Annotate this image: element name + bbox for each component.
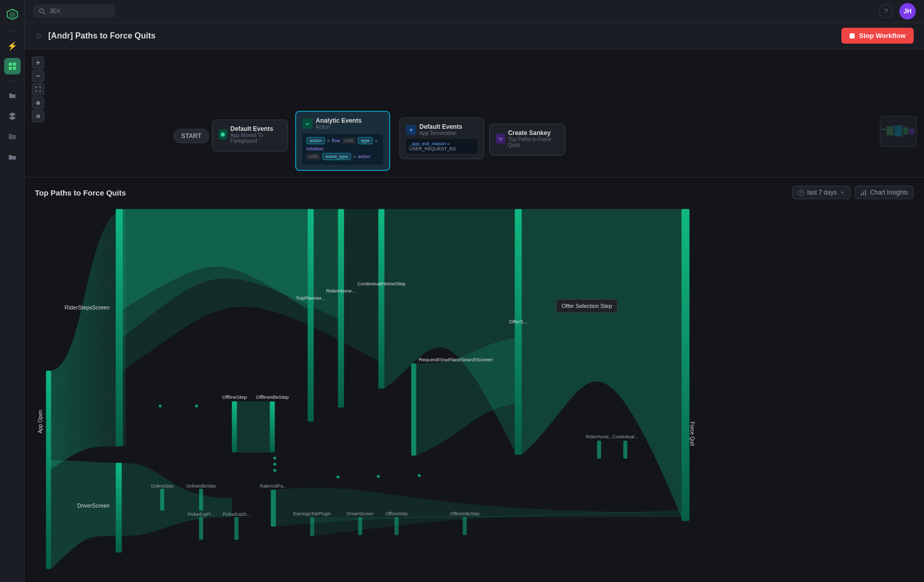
- time-range-selector[interactable]: last 7 days: [792, 186, 851, 199]
- sidebar-item-layers[interactable]: [4, 108, 21, 124]
- topbar: ⌘K ? JH: [25, 0, 924, 23]
- svg-rect-31: [515, 209, 522, 455]
- svg-rect-38: [160, 489, 164, 510]
- zoom-option-button[interactable]: ⊕: [32, 96, 44, 109]
- svg-text:OfflineStep: OfflineStep: [386, 511, 408, 516]
- node-icon-green-1: [219, 129, 227, 140]
- chart-title: Top Paths to Force Quits: [35, 188, 126, 197]
- workflow-node-analytic-events[interactable]: Analytic Events Action action = flow AND…: [295, 111, 390, 171]
- stop-icon: [850, 33, 855, 38]
- svg-rect-55: [597, 440, 601, 458]
- svg-rect-3: [13, 63, 16, 66]
- svg-rect-40: [199, 517, 203, 540]
- svg-point-48: [195, 404, 198, 408]
- svg-point-12: [221, 132, 225, 137]
- svg-text:Contextual...: Contextual...: [612, 434, 638, 439]
- svg-point-49: [273, 457, 276, 460]
- svg-line-7: [44, 12, 46, 14]
- workflow-canvas[interactable]: + − ⊕ ⊖ START: [25, 49, 924, 178]
- svg-rect-28: [307, 209, 314, 421]
- svg-rect-19: [909, 128, 914, 134]
- zoom-out-button[interactable]: −: [32, 70, 44, 82]
- svg-rect-32: [411, 363, 416, 456]
- workflow-node-start[interactable]: START: [174, 129, 209, 143]
- svg-rect-4: [9, 67, 12, 70]
- svg-point-47: [159, 404, 162, 408]
- svg-text:DriverScreen: DriverScreen: [347, 511, 374, 516]
- svg-rect-29: [338, 209, 344, 408]
- svg-rect-27: [116, 209, 123, 446]
- help-button[interactable]: ?: [879, 4, 893, 18]
- workflow-node-default-events-1[interactable]: Default Events App Moved To Foreground: [212, 120, 288, 151]
- svg-text:OfferS...: OfferS...: [509, 319, 527, 324]
- svg-text:EarningsTabPlugin: EarningsTabPlugin: [293, 511, 331, 516]
- svg-text:App Open: App Open: [37, 410, 43, 434]
- svg-point-52: [336, 476, 339, 479]
- svg-rect-17: [894, 125, 902, 136]
- svg-rect-33: [681, 209, 689, 521]
- workflow-node-create-sankey[interactable]: Create Sankey Top Paths to Force Quits: [489, 124, 565, 156]
- svg-rect-36: [232, 401, 237, 452]
- svg-rect-18: [903, 127, 909, 134]
- search-box[interactable]: ⌘K: [33, 5, 115, 17]
- svg-rect-34: [46, 371, 51, 569]
- minimize-button[interactable]: ⊖: [32, 110, 44, 122]
- svg-rect-23: [861, 193, 862, 196]
- svg-rect-25: [865, 190, 866, 196]
- svg-rect-2: [9, 63, 12, 66]
- stop-workflow-button[interactable]: Stop Workflow: [841, 28, 914, 44]
- svg-text:DriverScreen: DriverScreen: [78, 503, 110, 509]
- svg-text:ContextualHomeStep: ContextualHomeStep: [357, 281, 405, 287]
- favorite-icon[interactable]: ☆: [35, 31, 42, 41]
- svg-point-53: [377, 475, 380, 478]
- svg-point-51: [273, 469, 276, 472]
- chart-insights-button[interactable]: Chart Insights: [855, 186, 914, 199]
- sidebar-item-folder1[interactable]: [4, 87, 21, 104]
- chart-header: Top Paths to Force Quits last 7 days: [35, 186, 914, 199]
- chart-controls: last 7 days Chart Insights: [792, 186, 914, 199]
- canvas-controls: + − ⊕ ⊖: [32, 56, 44, 122]
- sidebar-divider-1: [5, 31, 20, 31]
- svg-text:RequestFlowPlaceSearchScreen: RequestFlowPlaceSearchScreen: [419, 357, 493, 362]
- user-avatar[interactable]: JH: [899, 3, 916, 20]
- svg-rect-30: [378, 209, 384, 389]
- svg-rect-41: [235, 517, 239, 540]
- svg-rect-37: [270, 401, 275, 452]
- svg-text:PickedUpFl...: PickedUpFl...: [187, 512, 215, 517]
- page-title: [Andr] Paths to Force Quits: [48, 31, 156, 41]
- sidebar: ⚡: [0, 0, 25, 582]
- node-icon-purple: [496, 133, 505, 144]
- sidebar-item-folder3[interactable]: [4, 149, 21, 165]
- main-content: ⌘K ? JH ☆ [Andr] Paths to Force Quits St…: [25, 0, 924, 582]
- svg-text:Force Quit: Force Quit: [689, 422, 695, 446]
- sidebar-item-folder2[interactable]: [4, 128, 21, 145]
- svg-marker-1: [9, 11, 15, 18]
- svg-rect-56: [623, 440, 627, 458]
- svg-rect-35: [116, 463, 122, 553]
- node-icon-teal: [406, 125, 416, 135]
- workflow-minimap: [880, 116, 917, 147]
- page-header: ☆ [Andr] Paths to Force Quits Stop Workf…: [25, 23, 924, 49]
- app-logo[interactable]: [4, 6, 21, 23]
- sidebar-item-lightning[interactable]: ⚡: [4, 37, 21, 54]
- chart-area: Top Paths to Force Quits last 7 days: [25, 178, 924, 582]
- svg-text:OfflineIdleStep: OfflineIdleStep: [256, 395, 288, 400]
- sankey-chart[interactable]: App Open RiderStepsScreen DriverScreen T…: [35, 205, 914, 574]
- svg-rect-16: [887, 126, 894, 135]
- fit-screen-button[interactable]: [32, 83, 44, 95]
- svg-point-6: [40, 9, 44, 13]
- sidebar-divider-2: [5, 81, 20, 81]
- sidebar-item-grid[interactable]: [4, 58, 21, 74]
- svg-rect-24: [863, 191, 864, 196]
- svg-text:OfflineStep: OfflineStep: [222, 395, 246, 400]
- workflow-node-default-events-2[interactable]: Default Events App Termination _app_exit…: [399, 118, 484, 159]
- svg-text:TripPlanner...: TripPlanner...: [296, 295, 325, 301]
- svg-text:OnlineStep: OnlineStep: [151, 483, 174, 489]
- analytic-events-filter-body: action = flow AND type = initiation AND …: [302, 134, 383, 165]
- sankey-svg: App Open RiderStepsScreen DriverScreen T…: [35, 205, 914, 574]
- svg-text:RiderHome...: RiderHome...: [326, 288, 356, 294]
- svg-text:RiderStepsScreen: RiderStepsScreen: [65, 305, 110, 311]
- node-icon-green-2: [302, 119, 313, 129]
- search-placeholder: ⌘K: [50, 7, 61, 15]
- zoom-in-button[interactable]: +: [32, 56, 44, 69]
